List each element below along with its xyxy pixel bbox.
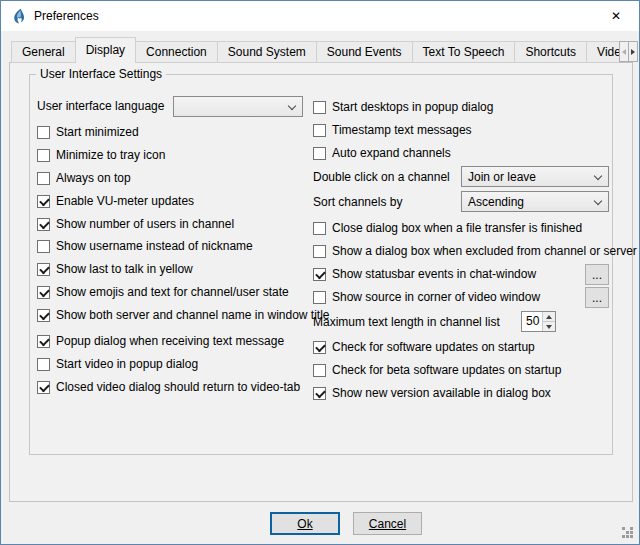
- checkbox-box[interactable]: [37, 240, 50, 253]
- checkbox-label: Show emojis and text for channel/user st…: [56, 285, 289, 299]
- tab-sound-system[interactable]: Sound System: [217, 41, 317, 63]
- checkbox-video-popup-dialog[interactable]: Start video in popup dialog: [37, 357, 198, 371]
- checkbox-box[interactable]: [37, 126, 50, 139]
- checkbox-desktops-popup[interactable]: Start desktops in popup dialog: [313, 100, 493, 114]
- double-click-label: Double click on a channel: [313, 170, 450, 185]
- chevron-down-icon: [594, 172, 602, 180]
- checkbox-username-instead-nickname[interactable]: Show username instead of nickname: [37, 239, 253, 253]
- checkbox-box[interactable]: [313, 147, 326, 160]
- language-select[interactable]: [173, 96, 303, 117]
- double-click-select-value: Join or leave: [468, 170, 536, 184]
- checkbox-check-beta-updates[interactable]: Check for beta software updates on start…: [313, 363, 561, 377]
- tab-sound-events[interactable]: Sound Events: [316, 41, 413, 63]
- group-title: User Interface Settings: [36, 67, 166, 82]
- checkbox-box[interactable]: [313, 364, 326, 377]
- checkbox-popup-on-text-message[interactable]: Popup dialog when receiving text message: [37, 334, 284, 348]
- sort-channels-label: Sort channels by: [313, 195, 402, 210]
- checkbox-box[interactable]: [37, 335, 50, 348]
- checkbox-new-version-dialog[interactable]: Show new version available in dialog box: [313, 386, 551, 400]
- cancel-button-label: Cancel: [369, 517, 406, 531]
- checkbox-label: Show new version available in dialog box: [332, 386, 551, 400]
- tab-scroll-right-button[interactable]: [628, 41, 638, 62]
- checkbox-label: Always on top: [56, 171, 131, 185]
- checkbox-check-updates[interactable]: Check for software updates on startup: [313, 340, 535, 354]
- checkbox-closed-video-return[interactable]: Closed video dialog should return to vid…: [37, 380, 300, 394]
- checkbox-box[interactable]: [37, 263, 50, 276]
- tab-text-to-speech[interactable]: Text To Speech: [412, 41, 516, 63]
- arrow-down-icon: [546, 325, 552, 329]
- resize-grip[interactable]: [622, 527, 625, 530]
- checkbox-timestamp-messages[interactable]: Timestamp text messages: [313, 123, 472, 137]
- checkbox-label: Close dialog box when a file transfer is…: [332, 221, 582, 235]
- checkbox-box[interactable]: [313, 124, 326, 137]
- arrow-right-icon: [631, 49, 635, 55]
- arrow-left-icon: [622, 49, 626, 55]
- checkbox-box[interactable]: [313, 222, 326, 235]
- max-text-length-spinner[interactable]: 50: [521, 311, 556, 332]
- tab-scroll-buttons: [619, 41, 637, 62]
- checkbox-box[interactable]: [37, 149, 50, 162]
- checkbox-label: Show last to talk in yellow: [56, 262, 193, 276]
- checkbox-vu-meter-updates[interactable]: Enable VU-meter updates: [37, 194, 194, 208]
- cancel-button[interactable]: Cancel: [353, 512, 422, 535]
- checkbox-box[interactable]: [37, 195, 50, 208]
- language-label: User interface language: [37, 99, 164, 114]
- close-button[interactable]: ✕: [593, 1, 639, 31]
- checkbox-box[interactable]: [37, 381, 50, 394]
- arrow-up-icon: [546, 315, 552, 319]
- checkbox-always-on-top[interactable]: Always on top: [37, 171, 131, 185]
- checkbox-box[interactable]: [313, 387, 326, 400]
- checkbox-label: Show a dialog box when excluded from cha…: [332, 244, 637, 258]
- checkbox-video-source-corner[interactable]: Show source in corner of video window: [313, 290, 540, 304]
- window-title: Preferences: [34, 9, 99, 23]
- checkbox-label: Show username instead of nickname: [56, 239, 253, 253]
- double-click-select[interactable]: Join or leave: [461, 166, 609, 187]
- checkbox-auto-expand-channels[interactable]: Auto expand channels: [313, 146, 451, 160]
- checkbox-label: Start desktops in popup dialog: [332, 100, 493, 114]
- checkbox-box[interactable]: [37, 218, 50, 231]
- checkbox-close-on-file-transfer[interactable]: Close dialog box when a file transfer is…: [313, 221, 582, 235]
- ok-button[interactable]: Ok: [270, 512, 340, 535]
- video-source-browse-button[interactable]: ...: [585, 287, 609, 308]
- checkbox-last-to-talk-yellow[interactable]: Show last to talk in yellow: [37, 262, 193, 276]
- tab-general[interactable]: General: [11, 41, 76, 63]
- statusbar-events-browse-button[interactable]: ...: [585, 264, 609, 285]
- checkbox-label: Show source in corner of video window: [332, 290, 540, 304]
- tab-video[interactable]: Video: [586, 41, 619, 63]
- sort-channels-select[interactable]: Ascending: [461, 191, 609, 212]
- sort-channels-select-value: Ascending: [468, 195, 524, 209]
- checkbox-box[interactable]: [37, 286, 50, 299]
- checkbox-label: Check for beta software updates on start…: [332, 363, 561, 377]
- checkbox-label: Show both server and channel name in win…: [56, 308, 330, 322]
- checkbox-minimize-to-tray[interactable]: Minimize to tray icon: [37, 148, 165, 162]
- checkbox-box[interactable]: [313, 341, 326, 354]
- checkbox-show-user-count[interactable]: Show number of users in channel: [37, 217, 234, 231]
- checkbox-label: Popup dialog when receiving text message: [56, 334, 284, 348]
- checkbox-box[interactable]: [313, 245, 326, 258]
- chevron-down-icon: [594, 197, 602, 205]
- checkbox-box[interactable]: [313, 101, 326, 114]
- checkbox-box[interactable]: [37, 172, 50, 185]
- checkbox-emojis-and-text[interactable]: Show emojis and text for channel/user st…: [37, 285, 289, 299]
- checkbox-box[interactable]: [313, 268, 326, 281]
- titlebar[interactable]: Preferences ✕: [1, 1, 639, 31]
- tab-shortcuts[interactable]: Shortcuts: [514, 41, 587, 63]
- checkbox-start-minimized[interactable]: Start minimized: [37, 125, 139, 139]
- tab-display[interactable]: Display: [75, 37, 136, 63]
- checkbox-box[interactable]: [37, 358, 50, 371]
- spin-down-button[interactable]: [543, 322, 555, 331]
- tab-connection[interactable]: Connection: [135, 41, 218, 63]
- chevron-down-icon: [288, 102, 296, 110]
- checkbox-statusbar-events[interactable]: Show statusbar events in chat-window: [313, 267, 536, 281]
- checkbox-server-channel-in-title[interactable]: Show both server and channel name in win…: [37, 308, 330, 322]
- checkbox-box[interactable]: [313, 291, 326, 304]
- tab-bar: General Display Connection Sound System …: [11, 37, 619, 63]
- checkbox-label: Minimize to tray icon: [56, 148, 165, 162]
- app-icon: [10, 8, 26, 24]
- checkbox-label: Show statusbar events in chat-window: [332, 267, 536, 281]
- spin-up-button[interactable]: [543, 312, 555, 322]
- checkbox-dialog-when-excluded[interactable]: Show a dialog box when excluded from cha…: [313, 244, 637, 258]
- spinner-value: 50: [522, 312, 542, 331]
- close-icon: ✕: [611, 9, 621, 23]
- checkbox-box[interactable]: [37, 309, 50, 322]
